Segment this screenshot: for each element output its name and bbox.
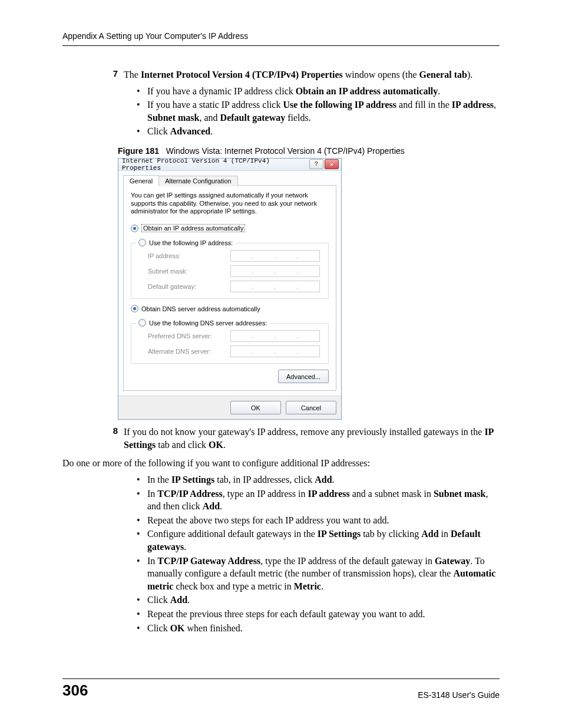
subnet-mask-input[interactable]: ... [230,265,320,277]
step-body: If you do not know your gateway's IP add… [124,426,500,451]
step-7: 7 The Internet Protocol Version 4 (TCP/I… [62,68,500,81]
radio-obtain-dns-auto[interactable]: Obtain DNS server address automatically [131,305,329,312]
page-number: 306 [62,681,88,700]
t: Add [421,529,438,539]
t: . [187,595,190,605]
radio-obtain-ip-auto[interactable]: Obtain an IP address automatically [131,224,329,232]
bullet: • If you have a dynamic IP address click… [137,85,500,98]
dot-icon: . [275,268,276,275]
t: Subnet mask [147,113,199,123]
bullet-text: Click OK when finished. [147,622,500,635]
step-number: 8 [62,426,124,451]
t: IP address [452,100,494,110]
dot-icon: . [252,253,253,259]
t: check box and type a metric in [173,581,293,591]
field-label: Alternate DNS server: [148,348,230,355]
bullet: • Configure additional default gateways … [137,528,500,553]
dot-icon: . [275,333,276,340]
bullet-dot-icon: • [137,594,147,607]
t: Click [147,623,170,633]
t: Add [315,475,332,485]
t: IP Settings [171,475,214,485]
advanced-button[interactable]: Advanced... [278,370,329,383]
cancel-button[interactable]: Cancel [286,401,336,414]
guide-name: ES-3148 User's Guide [418,690,500,700]
bullet-text: Click Add. [147,594,500,607]
bullet: • Repeat the above two steps for each IP… [137,514,500,527]
ip-address-input[interactable]: ... [230,250,320,262]
dialog-title: Internet Protocol Version 4 (TCP/IPv4) P… [122,157,308,172]
bullet-text: If you have a static IP address click Us… [147,98,500,124]
t: and fill in the [396,100,452,110]
radio-use-following-dns[interactable]: Use the following DNS server addresses: [136,319,270,327]
step-8: 8 If you do not know your gateway's IP a… [62,426,500,451]
help-icon[interactable]: ? [309,159,323,169]
preferred-dns-input[interactable]: ... [230,330,320,342]
t: window opens (the [343,70,419,80]
close-icon[interactable]: ✕ [325,159,339,169]
step-number: 7 [62,68,124,81]
page-footer: 306 ES-3148 User's Guide [62,678,500,700]
ip-group: Obtain an IP address automatically [131,224,329,237]
t: tab by clicking [361,529,421,539]
tab-alternate-configuration[interactable]: Alternate Configuration [158,176,238,186]
bullet-text: If you have a dynamic IP address click O… [147,85,500,98]
document-page: Appendix A Setting up Your Computer's IP… [0,0,562,728]
intro-text: You can get IP settings assigned automat… [131,192,329,216]
bullet: • In TCP/IP Gateway Address, type the IP… [137,555,500,593]
t: OK [209,440,223,450]
radio-label: Obtain DNS server address automatically [141,305,260,312]
bullet-text: In TCP/IP Address, type an IP address in… [147,487,500,513]
t: tab, in IP addresses, click [214,475,315,485]
t: . [223,440,226,450]
bullet: • If you have a static IP address click … [137,98,500,124]
t: . [220,501,222,511]
alternate-dns-input[interactable]: ... [230,345,320,357]
t: , type an IP address in [223,489,308,499]
bullet: • Click Add. [137,594,500,607]
t: Click [147,595,170,605]
bullet-text: Click Advanced. [147,125,500,138]
body-paragraph: Do one or more of the following if you w… [62,457,500,470]
radio-use-following-ip[interactable]: Use the following IP address: [136,239,235,246]
bullets-2: • In the IP Settings tab, in IP addresse… [137,473,500,634]
t: . [438,86,440,96]
t: OK [170,623,185,633]
field-label: Default gateway: [148,283,230,290]
bullet-text: Repeat the previous three steps for each… [147,608,500,621]
t: ). [467,70,472,80]
bullet-dot-icon: • [137,125,147,138]
step7-bullets: • If you have a dynamic IP address click… [137,85,500,138]
dialog-titlebar: Internet Protocol Version 4 (TCP/IPv4) P… [118,159,341,171]
dialog-body: General Alternate Configuration You can … [118,171,341,396]
tab-pane: You can get IP settings assigned automat… [123,185,336,391]
bullet-dot-icon: • [137,487,147,513]
t: fields. [285,113,311,123]
dot-icon: . [275,348,276,355]
t: when finished. [185,623,243,633]
bullet: • Repeat the previous three steps for ea… [137,608,500,621]
bullet-dot-icon: • [137,514,147,527]
ipv4-properties-dialog: Internet Protocol Version 4 (TCP/IPv4) P… [118,158,342,420]
t: , and [199,113,220,123]
tab-general[interactable]: General [123,175,159,186]
bullet: • In TCP/IP Address, type an IP address … [137,487,500,513]
t: Use the following IP address [283,100,396,110]
ok-button[interactable]: OK [230,401,281,414]
t: In the [147,475,171,485]
bullet-text: In TCP/IP Gateway Address, type the IP a… [147,555,500,593]
radio-icon [138,239,146,246]
dot-icon: . [297,268,299,275]
t: Configure additional default gateways in… [147,529,318,539]
field-label: Preferred DNS server: [148,332,230,340]
figure-caption: Figure 181 Windows Vista: Internet Proto… [118,146,500,156]
t: Obtain an IP address automatically [296,86,438,96]
bullet-dot-icon: • [137,98,147,124]
figure-label: Figure 181 [118,146,159,156]
default-gateway-input[interactable]: ... [230,281,320,292]
radio-label: Use the following DNS server addresses: [149,319,267,327]
bullet-dot-icon: • [137,608,147,621]
dot-icon: . [297,253,299,259]
dot-icon: . [252,268,253,275]
t: Repeat the previous three steps for each… [147,609,425,619]
